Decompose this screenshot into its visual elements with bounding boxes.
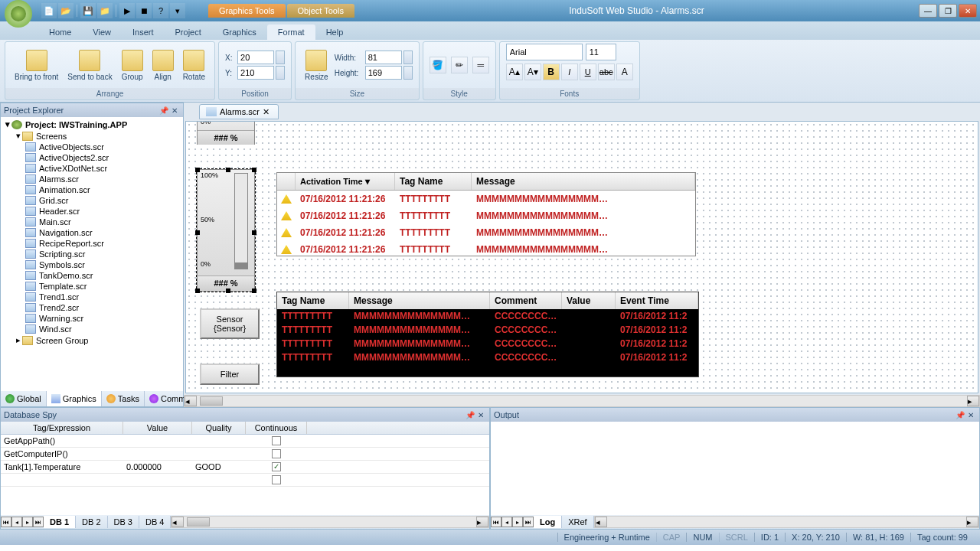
panel-close-button[interactable]: ✕: [965, 409, 976, 420]
tree-item-screen[interactable]: TankDemo.scr: [2, 270, 181, 281]
font-grow-button[interactable]: A▴: [506, 64, 523, 80]
font-color-button[interactable]: A: [616, 64, 633, 80]
tab-view[interactable]: View: [82, 24, 122, 40]
output-tab-xref[interactable]: XRef: [562, 516, 593, 528]
rotate-button[interactable]: Rotate: [180, 48, 208, 83]
bold-button[interactable]: B: [543, 64, 560, 80]
canvas-scrollbar-h[interactable]: ◂▸: [184, 395, 980, 407]
font-size-select[interactable]: [586, 44, 616, 60]
tab-insert[interactable]: Insert: [122, 24, 165, 40]
spy-col-quality[interactable]: Quality: [192, 422, 246, 434]
panel-close-button[interactable]: ✕: [169, 105, 180, 116]
group-button[interactable]: Group: [119, 48, 146, 83]
output-body[interactable]: [491, 422, 979, 515]
tree-item-screen[interactable]: Trend2.scr: [2, 302, 181, 313]
tree-item-screen[interactable]: ActiveObjects.scr: [2, 142, 181, 152]
tree-folder-screen-group[interactable]: ▸Screen Group: [2, 334, 181, 346]
height-spinner[interactable]: [403, 66, 413, 80]
underline-button[interactable]: U: [580, 64, 596, 80]
alarm-row[interactable]: TTTTTTTTTMMMMMMMMMMMMMM…CCCCCCCC…07/16/2…: [277, 350, 698, 364]
tree-item-screen[interactable]: Header.scr: [2, 206, 181, 217]
save-icon[interactable]: 💾: [80, 3, 96, 18]
pe-tab-graphics[interactable]: Graphics: [47, 391, 102, 406]
tree-item-screen[interactable]: Animation.scr: [2, 184, 181, 195]
tree-item-screen[interactable]: Alarms.scr: [2, 174, 181, 184]
spy-nav-first[interactable]: ⏮: [1, 517, 11, 527]
continuous-checkbox[interactable]: [272, 436, 281, 445]
db-spy-table[interactable]: Tag/Expression Value Quality Continuous …: [1, 422, 489, 515]
tree-item-screen[interactable]: Wind.scr: [2, 324, 181, 334]
alarm-row[interactable]: 07/16/2012 11:21:26TTTTTTTTTMMMMMMMMMMMM…: [277, 191, 695, 207]
font-shrink-button[interactable]: A▾: [524, 64, 541, 80]
tree-item-screen[interactable]: Symbols.scr: [2, 259, 181, 270]
open-icon[interactable]: 📂: [58, 3, 74, 18]
alarm-row[interactable]: TTTTTTTTTMMMMMMMMMMMMMM…CCCCCCCC…07/16/2…: [277, 323, 698, 337]
width-spinner[interactable]: [403, 51, 413, 64]
col2-tag-name[interactable]: Tag Name: [277, 292, 349, 309]
font-name-select[interactable]: [506, 44, 583, 60]
tree-item-screen[interactable]: ActiveXDotNet.scr: [2, 163, 181, 174]
maximize-button[interactable]: ❐: [939, 4, 957, 18]
col2-event-time[interactable]: Event Time: [616, 292, 698, 309]
tab-graphics[interactable]: Graphics: [212, 24, 267, 40]
fill-color-button[interactable]: 🪣: [430, 57, 446, 73]
object-tools-tab[interactable]: Object Tools: [287, 4, 354, 18]
project-tree[interactable]: ▾Project: IWSTraining.APP ▾Screens Activ…: [1, 117, 183, 391]
tree-item-screen[interactable]: Navigation.scr: [2, 227, 181, 238]
spy-nav-next[interactable]: ▸: [22, 517, 33, 527]
document-tab[interactable]: Alarms.scr ✕: [199, 104, 279, 119]
resize-button[interactable]: Resize: [302, 48, 332, 83]
document-tab-close[interactable]: ✕: [263, 107, 272, 116]
y-input[interactable]: [237, 66, 274, 80]
gauge-widget-top[interactable]: 0% ### %: [197, 121, 255, 145]
out-nav-last[interactable]: ⏭: [523, 517, 534, 527]
pin-icon[interactable]: 📌: [465, 409, 475, 420]
alarm-row[interactable]: TTTTTTTTTMMMMMMMMMMMMMM…CCCCCCCC…07/16/2…: [277, 309, 698, 323]
send-to-back-button[interactable]: Send to back: [64, 48, 115, 83]
y-spinner[interactable]: [276, 66, 285, 80]
spy-col-value[interactable]: Value: [123, 422, 192, 434]
pin-icon[interactable]: 📌: [158, 105, 169, 116]
qa-dropdown-icon[interactable]: ▾: [170, 3, 185, 18]
col2-value[interactable]: Value: [562, 292, 616, 309]
filter-button[interactable]: Filter: [200, 364, 260, 385]
design-canvas[interactable]: 0% ### % 100% 50% 0% ### %: [185, 121, 978, 393]
line-style-button[interactable]: ═: [472, 57, 489, 73]
spy-tab-db1[interactable]: DB 1: [44, 516, 76, 528]
spy-tab-db3[interactable]: DB 3: [108, 516, 139, 528]
gauge-widget-selected[interactable]: 100% 50% 0% ### %: [197, 169, 255, 292]
graphics-tools-tab[interactable]: Graphics Tools: [208, 4, 286, 18]
new-icon[interactable]: 📄: [41, 3, 57, 18]
col-activation-time[interactable]: Activation Time ▾: [296, 173, 395, 190]
tree-item-screen[interactable]: Trend1.scr: [2, 292, 181, 302]
alarm-row[interactable]: 07/16/2012 11:21:26TTTTTTTTTMMMMMMMMMMMM…: [277, 241, 695, 258]
continuous-checkbox[interactable]: [272, 475, 281, 484]
alarm-row[interactable]: TTTTTTTTTMMMMMMMMMMMMMM…CCCCCCCC…07/16/2…: [277, 337, 698, 350]
tab-home[interactable]: Home: [38, 24, 82, 40]
tree-item-screen[interactable]: Scripting.scr: [2, 249, 181, 259]
spy-row[interactable]: GetComputerIP(): [1, 448, 489, 461]
spy-col-continuous[interactable]: Continuous: [246, 422, 307, 434]
spy-col-tag[interactable]: Tag/Expression: [1, 422, 123, 434]
italic-button[interactable]: I: [561, 64, 578, 80]
alarm-grid-upper[interactable]: Activation Time ▾ Tag Name Message 07/16…: [276, 172, 696, 256]
tree-item-screen[interactable]: RecipeReport.scr: [2, 238, 181, 249]
panel-close-button[interactable]: ✕: [475, 409, 486, 420]
tab-format[interactable]: Format: [267, 24, 315, 40]
app-menu-orb[interactable]: [5, 0, 32, 28]
tree-root[interactable]: ▾Project: IWSTraining.APP: [2, 119, 181, 130]
pe-tab-global[interactable]: Global: [1, 391, 47, 406]
col-tag-name[interactable]: Tag Name: [395, 173, 472, 190]
col-message[interactable]: Message: [472, 173, 695, 190]
spy-nav-prev[interactable]: ◂: [11, 517, 22, 527]
alarm-row[interactable]: 07/16/2012 11:21:26TTTTTTTTTMMMMMMMMMMMM…: [277, 224, 695, 241]
out-nav-first[interactable]: ⏮: [491, 517, 501, 527]
height-input[interactable]: [365, 66, 402, 80]
tree-item-screen[interactable]: Main.scr: [2, 217, 181, 227]
pe-tab-tasks[interactable]: Tasks: [102, 391, 145, 406]
continuous-checkbox[interactable]: [272, 449, 281, 458]
help-icon[interactable]: ?: [153, 3, 168, 18]
col2-comment[interactable]: Comment: [490, 292, 562, 309]
tab-project[interactable]: Project: [165, 24, 212, 40]
out-nav-prev[interactable]: ◂: [501, 517, 512, 527]
